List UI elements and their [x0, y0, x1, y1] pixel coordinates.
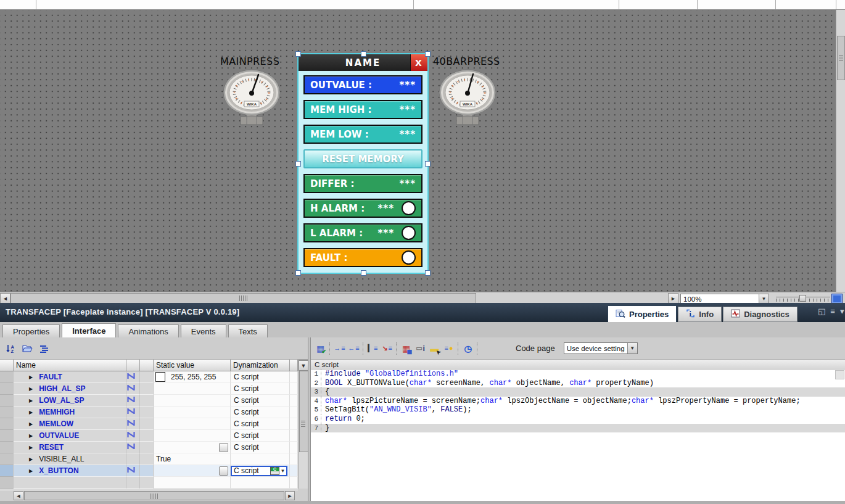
panel-list-icon[interactable]: ≡ [830, 307, 835, 316]
expand-arrow-icon[interactable]: ▶ [29, 468, 33, 474]
cell-dynamization[interactable]: C script [231, 442, 290, 453]
collapse-panel-icon[interactable]: ▾ [840, 307, 844, 316]
scroll-right-button[interactable]: ► [285, 491, 295, 500]
canvas-vertical-scrollbar[interactable] [836, 10, 845, 292]
expand-arrow-icon[interactable]: ▶ [29, 433, 33, 439]
cell-dynamization[interactable]: C scriptC▼ [231, 465, 290, 477]
cell-dynamization[interactable]: C script [231, 383, 290, 395]
expand-arrow-icon[interactable]: ▶ [29, 398, 33, 403]
faceplate-close-button[interactable]: X [410, 54, 427, 71]
restore-panel-icon[interactable]: ◱ [818, 307, 825, 316]
tab-events[interactable]: Events [181, 324, 226, 339]
dropdown-arrow-icon[interactable]: ▼ [759, 294, 769, 304]
code-page-dropdown[interactable]: Use device setting ▼ [564, 342, 638, 354]
cell-dynamization[interactable]: C script [231, 418, 290, 430]
dropdown-arrow-icon[interactable]: ▼ [627, 343, 637, 353]
table-row-reset[interactable]: ▶RESETC script [0, 442, 298, 453]
table-horizontal-scrollbar[interactable]: ◄ ► [14, 491, 295, 500]
table-vertical-scrollbar[interactable]: ▲ ▼ [298, 360, 308, 489]
cell-static-value[interactable] [154, 407, 231, 418]
dynamization-combobox[interactable]: C scriptC▼ [231, 466, 287, 476]
color-swatch[interactable] [155, 372, 165, 382]
row-selector[interactable] [0, 383, 14, 395]
table-row-memlow[interactable]: ▶MEMLOWC script [0, 418, 298, 430]
scroll-down-button[interactable]: ▼ [299, 360, 308, 371]
column-header-static-value[interactable]: Static value [154, 360, 231, 371]
table-row-visible_all[interactable]: ▶VISIBLE_ALLTrue [0, 453, 298, 465]
row-selector[interactable] [0, 477, 14, 489]
expand-arrow-icon[interactable]: ▶ [29, 374, 33, 380]
inspector-tab-diagnostics[interactable]: Diagnostics [723, 307, 798, 322]
selection-handle[interactable] [425, 51, 431, 57]
row-selector[interactable] [0, 465, 14, 477]
scroll-right-button[interactable]: ► [668, 293, 678, 304]
table-row-high_al_sp[interactable]: ▶HIGH_AL_SPC script [0, 383, 298, 395]
faceplate-reset-button[interactable]: RESET MEMORY [303, 149, 422, 168]
table-row-low_al_sp[interactable]: ▶LOW_AL_SPC script [0, 395, 298, 407]
inspector-tab-info[interactable]: iInfo [678, 307, 722, 322]
static-value-checkbox[interactable] [219, 466, 228, 476]
cell-dynamization[interactable]: C script [231, 395, 290, 407]
dropdown-arrow-icon[interactable]: ▼ [279, 468, 286, 474]
cell-static-value[interactable] [154, 465, 231, 477]
row-selector[interactable] [0, 453, 14, 465]
row-selector[interactable] [0, 395, 14, 407]
selection-handle[interactable] [425, 270, 431, 276]
expand-arrow-icon[interactable]: ▶ [29, 421, 33, 427]
zoom-slider[interactable] [776, 295, 830, 302]
row-selector[interactable] [0, 371, 14, 383]
selection-handle[interactable] [425, 161, 431, 167]
expand-arrow-icon[interactable]: ▶ [29, 445, 33, 450]
list-item-icon[interactable]: ≡● [442, 342, 456, 355]
selection-handle[interactable] [295, 51, 301, 57]
tab-properties[interactable]: Properties [2, 324, 60, 339]
scrollbar-thumb[interactable] [10, 293, 476, 304]
validate-script-icon[interactable]: ▦✔ [313, 342, 328, 355]
row-selector[interactable] [0, 407, 14, 418]
cell-dynamization[interactable]: C script [231, 371, 290, 383]
pressure-gauge-40barpress[interactable]: WIKA [438, 67, 497, 132]
list-structure-icon[interactable] [37, 342, 51, 355]
expand-arrow-icon[interactable]: ▶ [29, 410, 33, 415]
scrollbar-thumb[interactable] [24, 491, 284, 500]
rename-field-icon[interactable]: ▭i [413, 342, 427, 355]
table-row-outvalue[interactable]: ▶OUTVALUEC script [0, 430, 298, 442]
scroll-left-button[interactable]: ◄ [0, 293, 10, 304]
selection-handle[interactable] [295, 161, 301, 167]
row-selector[interactable] [0, 442, 14, 453]
row-selector[interactable] [0, 430, 14, 442]
faceplate-window[interactable]: NAME X OUTVALUE :***MEM HIGH :***MEM LOW… [297, 53, 429, 274]
indent-right-icon[interactable]: →≡ [332, 342, 347, 355]
tab-interface[interactable]: Interface [62, 323, 116, 339]
cell-static-value[interactable] [154, 418, 231, 430]
code-line-5[interactable]: 5SetTagBit("AN_WND_VISIB", FALSE); [311, 405, 845, 415]
scrollbar-thumb[interactable] [837, 36, 845, 80]
clock-icon[interactable]: ◷ [461, 342, 475, 355]
column-header-dynamization[interactable]: Dynamization [231, 360, 290, 371]
scroll-left-button[interactable]: ◄ [14, 491, 23, 500]
cell-dynamization[interactable] [231, 453, 290, 465]
tab-texts[interactable]: Texts [228, 324, 268, 339]
column-header-name[interactable]: Name [14, 360, 126, 371]
zoom-slider-thumb[interactable] [799, 295, 806, 302]
scrollbar-thumb[interactable] [299, 371, 308, 452]
tab-animations[interactable]: Animations [118, 324, 178, 339]
align-lines-icon[interactable]: ▎≡ [366, 342, 380, 355]
row-selector[interactable] [0, 418, 14, 430]
inspector-tab-properties[interactable]: Properties [608, 305, 677, 322]
selection-handle[interactable] [361, 51, 366, 57]
screen-canvas[interactable]: MAINPRESS 40BARPRESS WIKA [0, 10, 836, 292]
cell-dynamization[interactable]: C script [231, 430, 290, 442]
code-line-1[interactable]: 1#include "GlobalDefinitions.h" [311, 370, 845, 379]
cell-dynamization[interactable]: C script [231, 407, 290, 418]
pointer-icon[interactable]: ▬➤ [427, 342, 442, 355]
table-row-memhigh[interactable]: ▶MEMHIGHC script [0, 407, 298, 418]
code-line-6[interactable]: 6return 0; [311, 415, 845, 424]
code-line-7[interactable]: 7} [311, 424, 845, 433]
wrap-lines-icon[interactable]: ↘≡ [380, 342, 394, 355]
expand-arrow-icon[interactable]: ▶ [29, 456, 33, 462]
expand-arrow-icon[interactable]: ▶ [29, 386, 33, 392]
code-line-4[interactable]: 4char* lpszPictureName = screenName;char… [311, 397, 845, 406]
c-script-icon[interactable]: C [270, 467, 279, 475]
c-script-editor[interactable]: 1#include "GlobalDefinitions.h"2BOOL X_B… [311, 370, 845, 501]
